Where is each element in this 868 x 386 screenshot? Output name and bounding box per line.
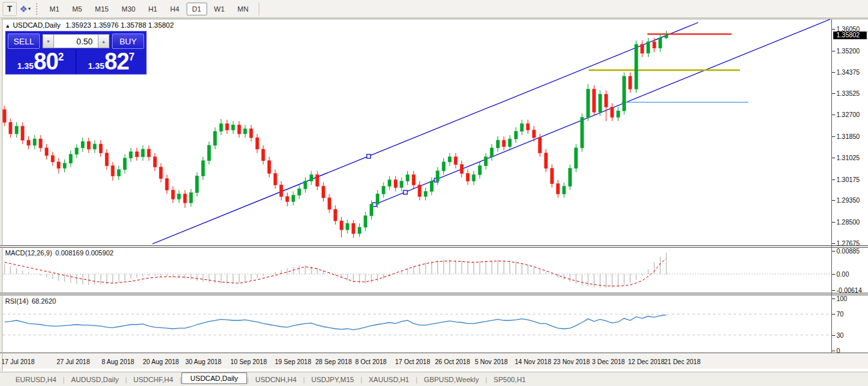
price-axis-tick: 1.35200 [836,48,860,55]
rsi-axis-tick: 0 [836,347,840,354]
price-axis-tick: 1.32700 [836,111,860,118]
chart-tab-eurusd[interactable]: EURUSD,H4 [9,374,63,385]
trendline-handle[interactable] [403,190,407,194]
date-axis-label: 27 Jul 2018 [57,358,90,365]
date-axis-label: 23 Nov 2018 [553,358,590,365]
sell-price-small: 1.35 [17,61,33,71]
current-price-tag: 1.35802 [833,32,867,39]
date-axis-label: 8 Oct 2018 [355,358,387,365]
sell-price-quote[interactable]: 1.35 80 2 [6,50,75,74]
macd-axis-tick: 0.00 [836,271,849,278]
date-axis-label: 17 Jul 2018 [1,358,35,365]
horizontal-lines[interactable] [589,34,748,102]
volume-decrement-button[interactable]: ▾ [42,34,54,48]
price-axis-tick: 1.31850 [836,133,860,140]
buy-price-small: 1.35 [88,61,104,71]
trading-terminal: T ❖ ▾ M1M5M15M30H1H4D1W1MN 17 Jul 201827… [0,0,868,386]
rsi-name: RSI(14) [5,297,28,305]
date-axis-label: 19 Sep 2018 [275,358,311,365]
rsi-axis-tick: 30 [836,332,844,339]
chart-tab-usdcad[interactable]: USDCAD,Daily [181,372,247,384]
price-axis-tick: 1.30175 [836,176,860,183]
sell-price-sup: 2 [58,51,64,63]
date-axis-label: 10 Sep 2018 [230,358,267,365]
chart-tab-sp500[interactable]: SP500,H1 [487,374,532,385]
price-axis-tick: 1.28500 [836,219,860,226]
macd-values: 0.008169 0.005902 [55,249,114,257]
macd-signal-line [5,259,667,286]
chart-tab-usdchf[interactable]: USDCHF,H4 [127,374,180,385]
one-click-trade-panel: SELL ▾ ▴ BUY 1.35 80 2 1.35 82 7 [5,31,147,75]
time-axis-line [0,353,868,353]
price-axis-tick: 1.29350 [836,197,860,204]
trend-channel[interactable] [152,19,830,244]
volume-stepper: ▾ ▴ [42,34,109,48]
date-axis-label: 5 Nov 2018 [475,358,508,365]
macd-axis-tick: -0.00614 [836,287,862,294]
rsi-indicator-label: RSI(14)68.2620 [5,297,59,305]
sell-button[interactable]: SELL [8,33,40,49]
chart-ohlc-values: 1.35923 1.35976 1.35788 1.35802 [66,21,174,29]
date-axis-label: 21 Dec 2018 [664,358,701,365]
rsi-panel [3,314,831,335]
buy-price-big: 82 [104,51,129,72]
chart-tab-xauusd[interactable]: XAUUSD,H1 [362,374,416,385]
chart-symbol-label: USDCAD,Daily [13,21,60,29]
buy-price-sup: 7 [129,51,134,63]
price-axis-tick: 1.34375 [836,69,860,76]
date-axis-label: 30 Aug 2018 [185,358,221,365]
collapse-arrow-icon[interactable]: ▲ [5,23,10,29]
chart-tab-audusd[interactable]: AUDUSD,Daily [64,374,125,385]
date-axis-label: 26 Oct 2018 [435,358,470,365]
sell-price-big: 80 [33,51,58,72]
rsi-axis-tick: 100 [836,295,847,302]
chart-tab-usdcnh[interactable]: USDCNH,H4 [249,374,303,385]
macd-axis-tick: 0.00885 [836,248,860,255]
volume-increment-button[interactable]: ▴ [98,34,109,48]
chart-title: ▲USDCAD,Daily1.35923 1.35976 1.35788 1.3… [5,21,174,29]
date-axis-label: 14 Nov 2018 [515,358,551,365]
rsi-line [5,315,667,330]
macd-name: MACD(12,26,9) [5,249,52,257]
date-axis-label: 17 Oct 2018 [395,358,430,365]
trendline-handle[interactable] [367,154,371,158]
price-axis-line [831,19,832,353]
volume-input[interactable] [54,34,98,48]
price-axis-tick: 1.27675 [836,240,860,247]
window-left-border [2,19,3,371]
price-axis-tick: 1.31025 [836,154,860,161]
macd-panel [3,253,831,288]
chart-tab-usdjpy[interactable]: USDJPY,M15 [305,374,360,385]
buy-button[interactable]: BUY [112,33,144,49]
chart-tabbar: EURUSD,H4|AUDUSD,Daily|USDCHF,H4|USDCAD,… [0,372,868,386]
panel-splitter-macd[interactable] [0,245,868,248]
date-axis-label: 20 Aug 2018 [143,358,179,365]
date-axis-label: 8 Aug 2018 [102,358,134,365]
chart-tab-gbpusd[interactable]: GBPUSD,Weekly [418,374,485,385]
price-axis-tick: 1.33525 [836,90,860,97]
macd-indicator-label: MACD(12,26,9)0.008169 0.005902 [5,249,116,257]
buy-price-quote[interactable]: 1.35 82 7 [75,50,146,74]
date-axis-label: 28 Sep 2018 [315,358,352,365]
date-axis-label: 3 Dec 2018 [592,358,625,365]
rsi-axis-tick: 70 [836,311,844,318]
rsi-value: 68.2620 [32,297,56,305]
date-axis: 17 Jul 201827 Jul 20188 Aug 201820 Aug 2… [0,353,868,369]
date-axis-label: 12 Dec 2018 [628,358,665,365]
panel-splitter-rsi[interactable] [0,293,868,295]
